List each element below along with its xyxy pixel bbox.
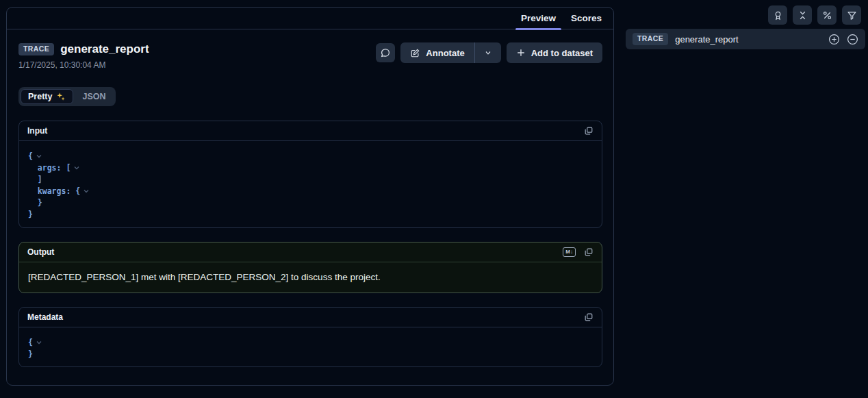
json-token: { <box>28 151 33 161</box>
collapse-icon <box>797 10 808 21</box>
annotate-label: Annotate <box>426 48 464 58</box>
collapse-all-button[interactable] <box>847 34 858 45</box>
json-token: kwargs: { <box>28 186 80 196</box>
copy-icon <box>584 247 593 257</box>
tab-preview-label: Preview <box>521 13 556 23</box>
tab-scores-label: Scores <box>571 13 602 23</box>
output-section: Output M↓ [REDACTED_PERSON_1] met with [… <box>18 242 602 293</box>
trace-preview-panel: Preview Scores TRACE generate_report 1/1… <box>6 7 614 386</box>
filter-button[interactable] <box>842 5 861 25</box>
input-section-title: Input <box>27 126 47 136</box>
collapse-chevron-icon[interactable] <box>73 164 80 171</box>
percent-icon <box>822 10 832 21</box>
json-token: args: [ <box>28 163 71 173</box>
json-line: args: [ <box>28 162 593 173</box>
pretty-label: Pretty <box>28 92 52 101</box>
json-token: } <box>28 210 33 219</box>
show-percentages-button[interactable] <box>817 5 837 25</box>
award-icon <box>773 10 783 21</box>
expand-all-button[interactable] <box>828 34 840 45</box>
input-json-viewer: { args: [ <box>19 141 602 227</box>
annotate-split-button: Annotate <box>400 42 500 63</box>
sparkles-icon <box>56 92 66 101</box>
annotate-menu-button[interactable] <box>475 42 501 63</box>
feedback-stats-button[interactable] <box>768 5 787 25</box>
toggle-json[interactable]: JSON <box>74 89 114 104</box>
metadata-section: Metadata { <box>18 307 602 367</box>
json-line: { <box>28 336 593 348</box>
copy-output-button[interactable] <box>584 247 593 257</box>
collapse-chevron-icon[interactable] <box>36 339 42 346</box>
json-line: } <box>28 348 593 360</box>
minus-circle-icon <box>847 34 858 45</box>
collapse-chevron-icon[interactable] <box>83 188 90 195</box>
filter-icon <box>847 10 857 21</box>
copy-metadata-button[interactable] <box>584 312 593 322</box>
copy-input-button[interactable] <box>584 126 593 136</box>
input-section: Input { <box>18 121 602 228</box>
json-line: ] <box>28 173 593 185</box>
markdown-icon[interactable]: M↓ <box>563 247 576 257</box>
trace-badge: TRACE <box>18 43 54 55</box>
tree-toolbar <box>768 5 861 25</box>
trace-badge: TRACE <box>633 33 668 45</box>
comment-button[interactable] <box>376 43 395 62</box>
trace-timestamp: 1/17/2025, 10:30:04 AM <box>18 60 149 70</box>
tab-preview[interactable]: Preview <box>513 8 563 29</box>
chevron-down-icon <box>484 49 492 57</box>
output-text: [REDACTED_PERSON_1] met with [REDACTED_P… <box>19 262 602 293</box>
json-line: kwargs: { <box>28 185 593 197</box>
plus-icon <box>516 48 526 58</box>
edit-icon <box>410 48 420 58</box>
json-line: } <box>28 208 593 220</box>
trace-header: TRACE generate_report 1/17/2025, 10:30:0… <box>18 42 149 70</box>
comment-icon <box>380 47 391 58</box>
output-section-title: Output <box>27 247 54 257</box>
json-token: { <box>28 338 33 347</box>
page-title: generate_report <box>60 42 149 56</box>
tab-scores[interactable]: Scores <box>563 8 609 29</box>
toggle-pretty[interactable]: Pretty <box>21 89 73 104</box>
copy-icon <box>584 126 593 136</box>
panel-tabs: Preview Scores <box>7 8 613 29</box>
trace-tree-row[interactable]: TRACE generate_report <box>626 29 865 49</box>
view-mode-toggle: Pretty JSON <box>18 87 116 106</box>
annotate-button[interactable]: Annotate <box>400 42 474 63</box>
trace-node-name: generate_report <box>675 34 739 45</box>
add-to-dataset-button[interactable]: Add to dataset <box>507 42 602 63</box>
add-to-dataset-label: Add to dataset <box>531 48 593 58</box>
metadata-json-viewer: { } <box>19 327 602 366</box>
json-label: JSON <box>82 92 105 101</box>
json-line: } <box>28 197 593 208</box>
copy-icon <box>584 312 593 322</box>
collapse-tree-button[interactable] <box>793 5 812 25</box>
json-token: } <box>28 198 42 208</box>
json-line: { <box>28 150 593 162</box>
collapse-chevron-icon[interactable] <box>36 153 42 160</box>
json-token: } <box>28 349 33 359</box>
metadata-section-title: Metadata <box>27 312 63 322</box>
plus-circle-icon <box>828 34 840 45</box>
json-token: ] <box>28 175 42 184</box>
